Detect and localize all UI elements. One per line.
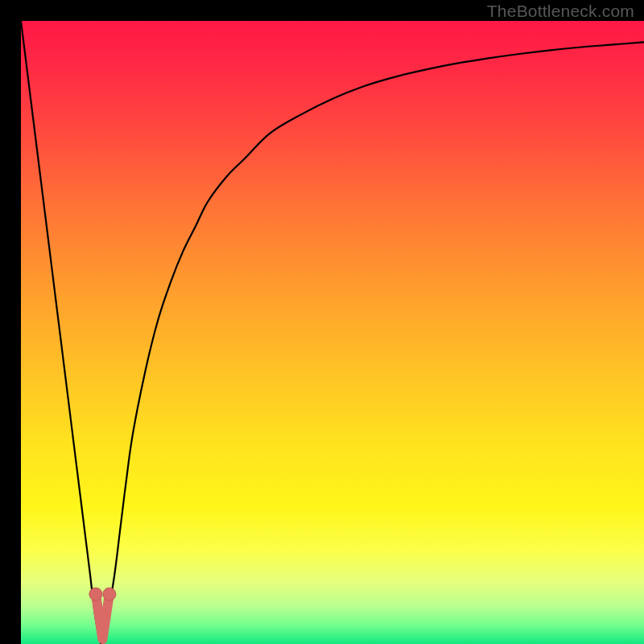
bottleneck-curve bbox=[21, 21, 644, 644]
watermark-text: TheBottleneck.com bbox=[487, 0, 634, 23]
curve-layer bbox=[21, 21, 644, 644]
marker-left bbox=[89, 588, 102, 601]
marker-right bbox=[103, 588, 116, 601]
plot-area bbox=[21, 21, 644, 644]
chart-frame bbox=[10, 10, 634, 634]
v-marker bbox=[96, 594, 109, 639]
